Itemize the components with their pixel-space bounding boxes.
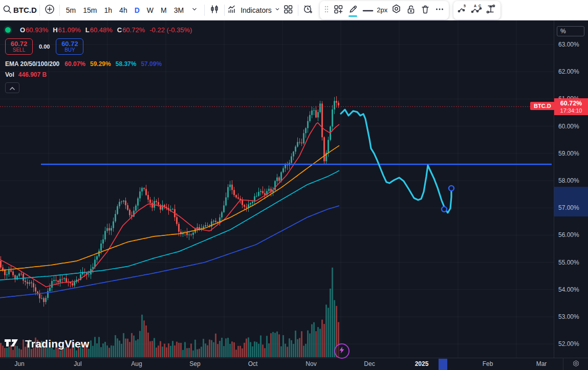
price-tick: 57.00% xyxy=(558,204,579,211)
measure-tool-button[interactable] xyxy=(484,3,498,18)
legend-collapse-button[interactable] xyxy=(5,82,19,93)
delete-drawing-button[interactable] xyxy=(418,3,432,18)
chart-style-button[interactable] xyxy=(207,3,222,18)
bar-countdown: 17:34:10 xyxy=(560,107,582,114)
lightning-icon xyxy=(339,346,345,356)
sell-button[interactable]: 60.72 SELL xyxy=(5,38,33,55)
timeframe-M[interactable]: M xyxy=(157,3,170,18)
volume-indicator-row[interactable]: Vol 446.907 B xyxy=(5,71,192,78)
timeframe-5m[interactable]: 5m xyxy=(62,3,79,18)
tradingview-app: BTC.D 5m15m1h4hDWM3M Indicators xyxy=(0,0,588,370)
candles xyxy=(0,96,339,307)
symbol-price-tag: BTC.D xyxy=(530,102,555,110)
chart-area[interactable]: O60.93%H61.09%L60.48%C60.72% -0.22 (-0.3… xyxy=(0,20,588,370)
curve-tool-button[interactable]: 5 xyxy=(455,3,470,18)
axis-settings-button[interactable] xyxy=(563,358,588,370)
lock-button[interactable] xyxy=(404,3,418,18)
price-tick: 62.00% xyxy=(558,68,579,75)
layout-grid-icon xyxy=(283,4,293,16)
tradingview-logo-icon xyxy=(4,337,21,351)
last-price-value: 60.72% xyxy=(560,100,582,107)
price-tick: 63.00% xyxy=(558,41,579,48)
line-width-label: 2px xyxy=(377,6,387,14)
toolbar-separator xyxy=(59,5,60,16)
ema-value: 60.07% xyxy=(64,60,85,68)
label-tool-button[interactable]: AC xyxy=(470,3,484,18)
ema-value: 59.29% xyxy=(90,60,111,68)
month-label-Nov: Nov xyxy=(306,360,316,367)
line-width-icon xyxy=(362,6,374,15)
layout-grid-button[interactable] xyxy=(281,3,295,18)
time-axis-highlight xyxy=(439,359,447,370)
ohlc-value: 60.48% xyxy=(90,26,113,34)
indicators-label: Indicators xyxy=(241,6,272,14)
drawing-settings-button[interactable] xyxy=(389,3,404,18)
layout-add-icon xyxy=(333,4,343,16)
month-label-Dec: Dec xyxy=(364,360,375,367)
timeframe-menu-button[interactable] xyxy=(187,3,202,18)
compare-add-button[interactable] xyxy=(42,3,57,18)
tradingview-watermark[interactable]: TradingView xyxy=(4,337,90,351)
ema-line xyxy=(0,170,339,280)
time-axis[interactable]: JunJulAugSepOctNovDec2025FebMar xyxy=(0,358,588,370)
ema-indicator-row[interactable]: EMA 20/50/100/200 60.07%59.29%58.37%57.0… xyxy=(5,60,192,68)
sell-price: 60.72 xyxy=(11,40,28,48)
timeframe-3M[interactable]: 3M xyxy=(170,3,187,18)
timeframe-15m[interactable]: 15m xyxy=(79,3,100,18)
labels-ac-icon: AC xyxy=(471,4,483,16)
sell-label: SELL xyxy=(13,48,25,53)
indicators-icon xyxy=(227,4,237,16)
timeframe-group: 5m15m1h4hDWM3M xyxy=(62,3,187,18)
indicators-button[interactable]: Indicators xyxy=(227,3,281,18)
price-unit-button[interactable]: % xyxy=(557,26,584,36)
month-label-Jun: Jun xyxy=(14,360,24,367)
toolbar-separator xyxy=(39,5,40,16)
ema-line xyxy=(0,206,339,298)
symbol-name[interactable]: BTC.D xyxy=(13,6,37,14)
timeframe-4h[interactable]: 4h xyxy=(116,3,131,18)
pencil-tool-button[interactable] xyxy=(345,3,361,18)
volume-label: Vol xyxy=(5,71,14,78)
svg-text:5: 5 xyxy=(464,4,466,8)
top-toolbar: BTC.D 5m15m1h4hDWM3M Indicators xyxy=(0,0,588,20)
curve-anchors-5-icon: 5 xyxy=(457,4,468,16)
ohlc-value: 61.09% xyxy=(58,26,81,34)
buy-price: 60.72 xyxy=(61,40,78,48)
ohlc-key: L xyxy=(85,26,90,34)
add-layout-button[interactable] xyxy=(331,3,345,18)
month-label-Mar: Mar xyxy=(536,360,547,367)
chevron-down-icon xyxy=(274,6,281,15)
more-options-button[interactable] xyxy=(432,3,447,18)
drag-handle[interactable] xyxy=(322,3,331,18)
ohlc-key: C xyxy=(117,26,122,34)
toolbar-separator xyxy=(298,5,298,16)
hexagon-settings-icon xyxy=(391,4,402,16)
buy-button[interactable]: 60.72 BUY xyxy=(56,38,83,55)
price-tick: 55.00% xyxy=(558,259,579,266)
lock-open-icon xyxy=(406,4,416,16)
drawing-anchor[interactable] xyxy=(442,207,447,212)
price-tick: 53.00% xyxy=(558,313,579,320)
trade-buttons-row: 60.72 SELL 0.00 60.72 BUY xyxy=(5,38,192,55)
plus-circle-icon xyxy=(44,4,55,17)
month-label-Oct: Oct xyxy=(248,360,258,367)
price-axis[interactable]: % 63.00%62.00%61.00%60.00%59.00%58.00%57… xyxy=(554,20,588,358)
drawing-anchor[interactable] xyxy=(449,186,454,191)
timeframe-D[interactable]: D xyxy=(131,3,143,18)
chevron-down-icon xyxy=(190,5,199,15)
svg-text:A: A xyxy=(474,4,476,8)
month-label-Jul: Jul xyxy=(74,360,81,367)
alert-button[interactable] xyxy=(301,3,315,18)
ema-lines xyxy=(0,123,339,298)
month-label-Aug: Aug xyxy=(131,360,142,367)
timeframe-W[interactable]: W xyxy=(143,3,157,18)
timeframe-1h[interactable]: 1h xyxy=(101,3,116,18)
chart-legend: O60.93%H61.09%L60.48%C60.72% -0.22 (-0.3… xyxy=(5,25,192,93)
month-label-2025: 2025 xyxy=(415,360,429,367)
ohlc-value: 60.93% xyxy=(26,26,48,34)
flash-marker-button[interactable] xyxy=(334,343,350,359)
ema-values: 60.07%59.29%58.37%57.09% xyxy=(64,60,166,68)
watermark-text: TradingView xyxy=(25,338,90,350)
symbol-search-button[interactable]: BTC.D xyxy=(2,3,37,18)
line-width-button[interactable]: 2px xyxy=(361,3,389,18)
